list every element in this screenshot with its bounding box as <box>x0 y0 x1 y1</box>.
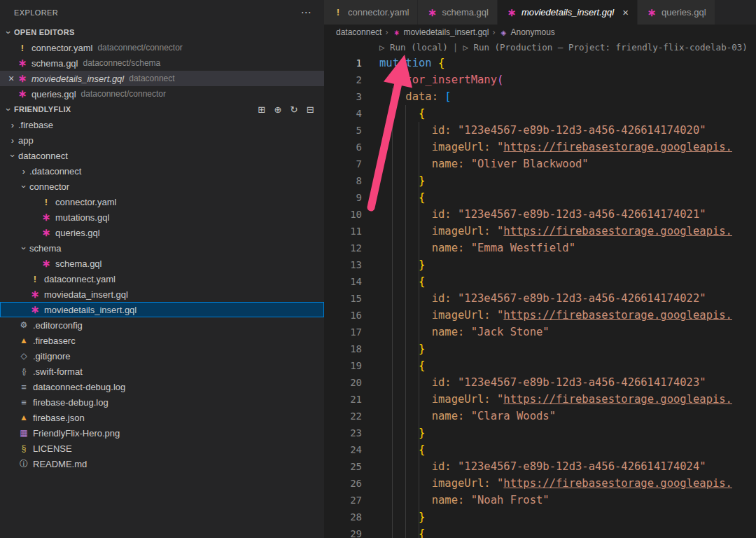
file-path: dataconnect/connector <box>97 43 182 53</box>
line-text[interactable]: { <box>362 189 425 206</box>
code-token: } <box>419 427 425 439</box>
line-text[interactable]: imageUrl: "https://firebasestorage.googl… <box>362 475 732 492</box>
tree-folder-firebase[interactable]: ›.firebase <box>0 117 324 132</box>
tab-schema-gql[interactable]: ∗schema.gql <box>418 0 497 25</box>
line-text[interactable]: imageUrl: "https://firebasestorage.googl… <box>362 223 732 240</box>
line-text[interactable]: actor_insertMany( <box>362 71 503 88</box>
code-token: "Clara Woods" <box>471 410 556 422</box>
new-file-icon[interactable]: ⊞ <box>258 104 265 115</box>
item-label: dataconnect <box>18 151 68 161</box>
tree-file-editorconfig[interactable]: ⚙.editorconfig <box>0 317 324 333</box>
run-local-link[interactable]: ▷ Run (local) <box>379 42 448 53</box>
new-folder-icon[interactable]: ⊕ <box>274 104 281 115</box>
code-token <box>379 309 432 322</box>
line-text[interactable]: { <box>362 105 425 122</box>
code-line: 22 name: "Clara Woods" <box>324 408 756 425</box>
tree-folder-app[interactable]: ›app <box>0 132 324 148</box>
line-text[interactable]: name: "Noah Frost" <box>362 492 550 509</box>
breadcrumb-separator: › <box>492 27 495 37</box>
open-editor-item[interactable]: !connector.yamldataconnect/connector <box>0 40 324 55</box>
code-editor[interactable]: ▷ Run (local) | ▷ Run (Production – Proj… <box>324 40 756 538</box>
breadcrumb-item-anonymous[interactable]: ◈Anonymous <box>498 27 554 37</box>
item-label: dataconnect-debug.log <box>33 382 125 392</box>
code-token <box>379 258 419 271</box>
line-number: 27 <box>324 492 362 509</box>
item-label: moviedetails_insert.gql <box>44 305 136 315</box>
code-token: imageUrl: <box>432 393 491 406</box>
line-number: 24 <box>324 441 362 458</box>
close-icon[interactable]: × <box>622 6 629 18</box>
line-text[interactable]: id: "123e4567-e89b-12d3-a456-42661417402… <box>362 290 706 307</box>
tree-file-schema-gql[interactable]: ∗schema.gql <box>0 256 324 271</box>
line-text[interactable]: name: "Clara Woods" <box>362 408 556 425</box>
line-text[interactable]: { <box>362 441 425 458</box>
open-editor-item[interactable]: ∗schema.gqldataconnect/schema <box>0 55 324 71</box>
code-line: 9 { <box>324 189 756 206</box>
tree-file-dataconnect-yaml[interactable]: !dataconnect.yaml <box>0 271 324 287</box>
line-text[interactable]: } <box>362 172 425 189</box>
line-text[interactable]: } <box>362 509 425 525</box>
line-text[interactable]: } <box>362 340 425 357</box>
open-editors-label: OPEN EDITORS <box>14 28 75 36</box>
line-text[interactable]: name: "Emma Westfield" <box>362 240 575 256</box>
refresh-icon[interactable]: ↻ <box>290 104 298 115</box>
line-text[interactable]: name: "Oliver Blackwood" <box>362 156 589 172</box>
tab-label: schema.gql <box>442 7 488 18</box>
line-text[interactable]: id: "123e4567-e89b-12d3-a456-42661417402… <box>362 458 706 475</box>
tree-file-gitignore[interactable]: ◇.gitignore <box>0 348 324 364</box>
line-text[interactable]: } <box>362 425 425 441</box>
file-tree: ›.firebase›app›dataconnect›.dataconnect›… <box>0 117 324 471</box>
line-text[interactable]: id: "123e4567-e89b-12d3-a456-42661417402… <box>362 374 706 391</box>
tab-queries-gql[interactable]: ∗queries.gql <box>638 0 715 25</box>
line-text[interactable]: name: "Jack Stone" <box>362 324 550 340</box>
line-text[interactable]: imageUrl: "https://firebasestorage.googl… <box>362 139 732 156</box>
tree-file-queries-gql[interactable]: ∗queries.gql <box>0 225 324 240</box>
line-text[interactable]: mutation { <box>362 55 444 71</box>
code-token <box>451 460 458 473</box>
run-production-link[interactable]: ▷ Run (Production – Project: friendly-fl… <box>463 42 747 53</box>
line-text[interactable]: { <box>362 273 425 290</box>
item-label: schema.gql <box>55 258 102 269</box>
tree-file-moviedetails-insert-gql[interactable]: ∗moviedetails_insert.gql <box>0 302 324 317</box>
tree-file-license[interactable]: §LICENSE <box>0 441 324 456</box>
tree-file-readme-md[interactable]: ⓘREADME.md <box>0 456 324 471</box>
code-token <box>379 427 419 439</box>
line-text[interactable]: data: [ <box>362 88 451 105</box>
open-editor-item[interactable]: ×∗moviedetails_insert.gqldataconnect <box>0 71 324 86</box>
tree-file-firebaserc[interactable]: ▲.firebaserc <box>0 333 324 348</box>
line-text[interactable]: { <box>362 525 425 538</box>
line-text[interactable]: imageUrl: "https://firebasestorage.googl… <box>362 391 732 408</box>
line-text[interactable]: id: "123e4567-e89b-12d3-a456-42661417402… <box>362 206 706 223</box>
code-line: 4 { <box>324 105 756 122</box>
tree-file-dataconnect-debug-log[interactable]: ≡dataconnect-debug.log <box>0 379 324 394</box>
code-token: id: <box>432 460 451 473</box>
code-token <box>379 74 393 86</box>
tree-file-connector-yaml[interactable]: !connector.yaml <box>0 194 324 209</box>
tree-folder-dataconnect[interactable]: ›dataconnect <box>0 148 324 163</box>
more-actions-icon[interactable]: ⋯ <box>301 6 312 19</box>
breadcrumb-item-moviedetails-insert-gql[interactable]: ∗moviedetails_insert.gql <box>391 27 489 37</box>
breadcrumb-item-dataconnect[interactable]: dataconnect <box>336 27 382 37</box>
line-text[interactable]: } <box>362 256 425 273</box>
open-editors-header[interactable]: › OPEN EDITORS <box>0 25 324 40</box>
code-token: " <box>497 393 503 406</box>
tree-folder-schema[interactable]: ›schema <box>0 240 324 256</box>
tab-moviedetails-insert-gql[interactable]: ∗moviedetails_insert.gql× <box>498 0 638 25</box>
line-text[interactable]: imageUrl: "https://firebasestorage.googl… <box>362 307 732 324</box>
tree-file-mutations-gql[interactable]: ∗mutations.gql <box>0 209 324 225</box>
friendlyflix-header[interactable]: › FRIENDLYFLIX ⊞⊕↻⊟ <box>0 102 324 117</box>
close-editor-icon[interactable]: × <box>6 73 17 84</box>
tree-file-friendlyflix-hero-png[interactable]: ▦FriendlyFlix-Hero.png <box>0 425 324 441</box>
tree-folder-connector[interactable]: ›connector <box>0 179 324 194</box>
open-editor-item[interactable]: ∗queries.gqldataconnect/connector <box>0 86 324 102</box>
tab-connector-yaml[interactable]: !connector.yaml <box>324 0 418 25</box>
tree-file-firebase-json[interactable]: ▲firebase.json <box>0 410 324 425</box>
tree-folder-dataconnect[interactable]: ›.dataconnect <box>0 163 324 179</box>
line-text[interactable]: { <box>362 357 425 374</box>
collapse-all-icon[interactable]: ⊟ <box>307 104 314 115</box>
tree-file-swift-format[interactable]: {}.swift-format <box>0 364 324 379</box>
line-text[interactable]: id: "123e4567-e89b-12d3-a456-42661417402… <box>362 122 706 139</box>
tree-file-moviedata-insert-gql[interactable]: ∗moviedata_insert.gql <box>0 287 324 302</box>
code-token <box>464 410 470 422</box>
tree-file-firebase-debug-log[interactable]: ≡firebase-debug.log <box>0 394 324 410</box>
